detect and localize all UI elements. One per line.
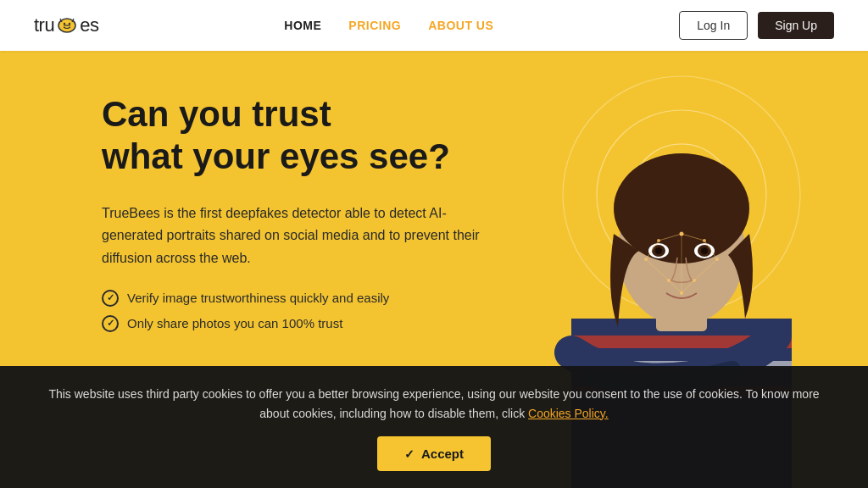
nav-links: HOME PRICING ABOUT US <box>284 19 493 32</box>
navbar: tru es HOME PRICING ABOUT US Log In Sign… <box>0 0 868 51</box>
feature-text-2: Only share photos you can 100% trust <box>127 316 342 330</box>
signup-button[interactable]: Sign Up <box>758 12 834 39</box>
logo-text: tru <box>34 14 54 36</box>
logo-bee-icon <box>55 16 79 35</box>
hero-title: Can you trust what your eyes see? <box>102 93 492 179</box>
hero-features-list: Verify image trustworthiness quickly and… <box>102 290 492 332</box>
svg-point-53 <box>644 258 648 261</box>
list-item: Only share photos you can 100% trust <box>102 315 492 332</box>
checkmark-icon: ✓ <box>404 447 415 461</box>
list-item: Verify image trustworthiness quickly and… <box>102 290 492 307</box>
cookie-banner: This website uses third party cookies to… <box>0 366 868 488</box>
svg-point-40 <box>701 247 708 254</box>
feature-text-1: Verify image trustworthiness quickly and… <box>127 291 389 305</box>
nav-actions: Log In Sign Up <box>679 11 834 40</box>
svg-point-57 <box>680 291 683 295</box>
svg-point-52 <box>703 239 706 242</box>
hero-description: TrueBees is the first deepfakes detector… <box>102 202 492 269</box>
logo-text-end: es <box>80 14 98 36</box>
check-icon <box>102 290 119 307</box>
check-icon <box>102 315 119 332</box>
svg-point-4 <box>64 23 65 25</box>
login-button[interactable]: Log In <box>679 11 748 40</box>
cookie-text: This website uses third party cookies to… <box>34 385 834 423</box>
svg-point-56 <box>693 279 696 282</box>
accept-label: Accept <box>421 446 464 461</box>
nav-link-home[interactable]: HOME <box>284 19 321 32</box>
svg-point-55 <box>667 279 670 282</box>
svg-point-37 <box>655 247 662 254</box>
accept-button[interactable]: ✓ Accept <box>377 436 491 471</box>
svg-point-54 <box>715 258 719 261</box>
svg-point-50 <box>680 232 684 236</box>
hero-content: Can you trust what your eyes see? TrueBe… <box>102 93 492 332</box>
svg-point-51 <box>657 239 660 242</box>
logo[interactable]: tru es <box>34 14 98 36</box>
cookie-policy-link[interactable]: Cookies Policy. <box>528 407 609 420</box>
svg-point-5 <box>69 23 70 25</box>
nav-link-about[interactable]: ABOUT US <box>428 19 493 32</box>
nav-link-pricing[interactable]: PRICING <box>348 19 401 32</box>
